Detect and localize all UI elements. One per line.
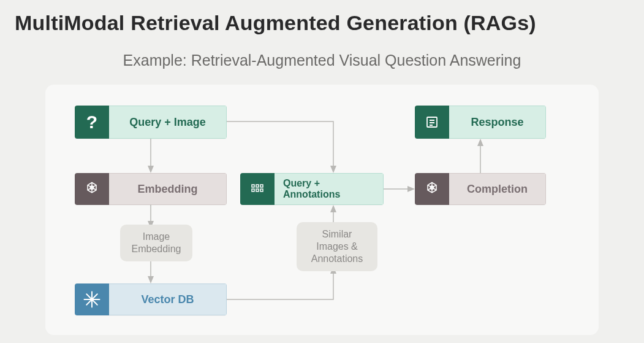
node-label: Completion [449,173,546,205]
svg-rect-18 [260,189,263,191]
question-icon: ? [75,106,109,139]
grid-icon [240,173,275,205]
node-embedding: Embedding [75,173,227,205]
doc-icon [415,106,449,139]
node-vector-db: Vector DB [75,283,227,315]
node-response: Response [415,106,546,139]
svg-rect-17 [256,189,259,191]
svg-marker-7 [477,139,483,146]
svg-marker-5 [330,205,336,212]
openai-icon [415,173,449,205]
svg-rect-15 [260,185,263,187]
node-label: Query + Image [109,106,227,139]
svg-marker-3 [330,166,336,173]
node-query-image: ? Query + Image [75,106,227,139]
node-label: Response [449,106,546,139]
node-label: Vector DB [109,283,227,315]
node-label: Embedding [109,173,227,205]
node-label: Query + Annotations [275,173,384,205]
svg-rect-13 [252,185,254,187]
svg-marker-0 [148,166,154,173]
annotation-similar-images: SimilarImages &Annotations [297,222,377,271]
page-subtitle: Example: Retrieval-Augmented Visual Ques… [0,52,644,69]
openai-icon [75,173,109,205]
diagram-panel: ? Query + Image Embedding Vector DB [45,85,599,335]
svg-rect-14 [256,185,259,187]
star-icon [75,283,109,315]
page-title: MultiModal Retrieval Augmented Generatio… [15,11,536,35]
svg-marker-6 [407,186,415,192]
svg-marker-2 [148,276,154,283]
annotation-image-embedding: ImageEmbedding [120,225,192,261]
node-query-annotations: Query + Annotations [240,173,384,205]
node-completion: Completion [415,173,546,205]
svg-rect-16 [252,189,254,191]
